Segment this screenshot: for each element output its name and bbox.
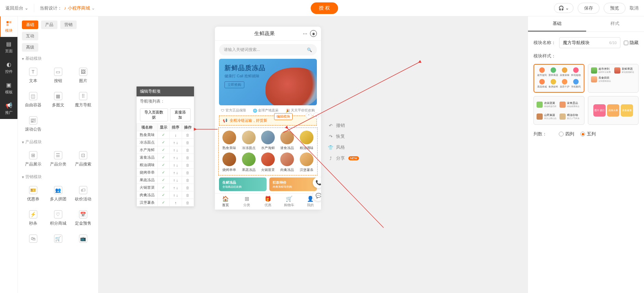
- comp-text[interactable]: T文本: [22, 65, 44, 86]
- style-preset-1[interactable]: 超市便利 新鲜果蔬 美食烘焙 鲜花植物 果蔬商城 食酒饮料 美容个护 手机数码: [533, 64, 584, 93]
- cell-delete[interactable]: 🗑: [182, 199, 194, 207]
- tab-home[interactable]: 🏠首页: [215, 196, 236, 208]
- nav-modules[interactable]: 模块: [0, 16, 17, 37]
- hide-checkbox-input[interactable]: [624, 41, 628, 45]
- cell-delete[interactable]: 🗑: [182, 191, 194, 199]
- cell-show[interactable]: ✓: [157, 139, 169, 146]
- comp-multitext[interactable]: ▦多图文: [47, 89, 69, 111]
- preview-button[interactable]: 预览: [604, 3, 626, 14]
- style-preset-3[interactable]: 农家蔬菜绿色精选生鲜 家禽蛋品绿色健康食品 山野真菌来自云南山品 粮油谷物真正人…: [533, 96, 584, 125]
- comp-extra-2[interactable]: 🛒: [47, 232, 69, 245]
- headset-button[interactable]: 🎧 ⌄: [554, 3, 574, 13]
- cell-delete[interactable]: 🗑: [182, 176, 194, 184]
- comp-coupon[interactable]: 🎫优惠券: [22, 183, 44, 205]
- back-button[interactable]: 返回后台 ⌄: [5, 5, 28, 11]
- props-tab-style[interactable]: 样式: [586, 16, 644, 31]
- nav-cell[interactable]: 水产海鲜: [259, 131, 276, 150]
- wechat-icon[interactable]: 💬: [313, 190, 321, 201]
- cell-show[interactable]: ✓: [157, 199, 169, 207]
- phone-banner[interactable]: 新鲜品质冻品 健康打 Call 抢鲜就味 立即抢购: [219, 59, 317, 105]
- add-button[interactable]: 直接添加: [170, 108, 191, 121]
- cell-show[interactable]: ✓: [157, 161, 169, 169]
- delete-button[interactable]: 🗑: [321, 112, 321, 119]
- comp-points[interactable]: ♡积分商城: [47, 208, 69, 229]
- cell-sort[interactable]: ↑ ↓: [170, 154, 182, 161]
- cell-delete[interactable]: 🗑: [182, 154, 194, 161]
- nav-cell[interactable]: 速食冻品: [279, 131, 296, 150]
- cell-delete[interactable]: 🗑: [182, 131, 194, 139]
- tab-cart[interactable]: 🛒购物车: [279, 196, 300, 208]
- cancel-button[interactable]: 取消: [630, 5, 639, 11]
- nav-cell[interactable]: 火锅冒菜: [259, 152, 276, 172]
- comp-group[interactable]: 👥多人拼团: [47, 183, 69, 205]
- phone-nav-module[interactable]: 熟食美味冷冻面点水产海鲜速食冻品粮油调味烧烤串串果蔬冻品火锅冒菜肉禽冻品汉堡薯条: [218, 128, 318, 175]
- nav-cell[interactable]: 粮油调味: [298, 131, 315, 150]
- comp-marquee[interactable]: 📰滚动公告: [22, 114, 44, 135]
- nav-templates[interactable]: ▣ 模板: [0, 78, 17, 98]
- cell-sort[interactable]: ↑ ↓: [170, 184, 182, 191]
- cell-show[interactable]: ✓: [157, 169, 169, 176]
- tab-basic[interactable]: 基础: [22, 21, 38, 29]
- nav-pages[interactable]: ▤ 页面: [0, 37, 17, 57]
- banner-button[interactable]: 立即抢购: [224, 81, 244, 88]
- cell-delete[interactable]: 🗑: [182, 169, 194, 176]
- design-selector[interactable]: 当前设计： ♪ 小程序商城 ⌄: [40, 5, 95, 11]
- phone-notice[interactable]: 📢 全程冷链运输，好货新 编辑模块 ⌃ ⌄ 🗑: [219, 116, 317, 125]
- props-tab-basic[interactable]: 基础: [528, 16, 586, 31]
- target-icon[interactable]: ◉: [310, 30, 317, 37]
- tab-promo[interactable]: 🎁优惠: [257, 196, 279, 208]
- cell-show[interactable]: ✓: [157, 184, 169, 191]
- edit-module-badge[interactable]: 编辑模块: [274, 113, 293, 120]
- auth-button[interactable]: 授 权: [311, 2, 338, 14]
- cell-show[interactable]: ✓: [157, 154, 169, 161]
- cell-sort[interactable]: ↑ ↓: [170, 191, 182, 199]
- cell-sort[interactable]: ↑ ↓: [170, 169, 182, 176]
- style-action[interactable]: 👕风格: [328, 144, 359, 150]
- style-preset-2[interactable]: 超市便利临时时令鲜果 新鲜果蔬鲜花植物鲜花 美食烘焙定制蛋糕甜品: [588, 64, 639, 93]
- cell-sort[interactable]: ↑: [170, 199, 182, 207]
- comp-product-search[interactable]: ⊡产品搜索: [72, 148, 94, 170]
- radio-5col[interactable]: 五列: [580, 131, 596, 137]
- comp-container[interactable]: ◫自由容器: [22, 89, 44, 111]
- cell-delete[interactable]: 🗑: [182, 184, 194, 191]
- comp-presale[interactable]: 📅定金预售: [72, 208, 94, 229]
- cell-sort[interactable]: ↑ ↓: [170, 176, 182, 184]
- save-button[interactable]: 保存: [578, 3, 600, 14]
- comp-product-cat[interactable]: ☰产品分类: [47, 148, 69, 170]
- move-up-button[interactable]: ⌃: [306, 112, 312, 119]
- phone-icon[interactable]: 📞: [313, 177, 321, 188]
- import-button[interactable]: 导入页面数据: [140, 108, 168, 121]
- cell-show[interactable]: ✓: [157, 131, 169, 139]
- comp-product-show[interactable]: ⊞产品展示: [22, 148, 44, 170]
- nav-cell[interactable]: 汉堡薯条: [298, 152, 315, 172]
- nav-cell[interactable]: 冷冻面点: [240, 131, 257, 150]
- more-icon[interactable]: ⋯: [303, 31, 307, 36]
- nav-promote[interactable]: 📢 推广: [0, 98, 17, 119]
- share-action[interactable]: ⤴分享NEW: [328, 155, 359, 161]
- cell-show[interactable]: ✓: [157, 191, 169, 199]
- cell-delete[interactable]: 🗑: [182, 161, 194, 169]
- move-down-button[interactable]: ⌄: [313, 112, 319, 119]
- nav-cell[interactable]: 肉禽冻品: [279, 152, 296, 172]
- nav-cell[interactable]: 果蔬冻品: [240, 152, 257, 172]
- phone-search[interactable]: 请输入关键词搜索... 🔍: [219, 44, 317, 55]
- undo-action[interactable]: ↶撤销: [328, 122, 359, 129]
- tab-category[interactable]: ⊞分类: [236, 196, 257, 208]
- tab-advanced[interactable]: 高级: [22, 43, 38, 52]
- style-preset-4[interactable]: 图片 接口 蔬菜水果 美食健康: [588, 96, 639, 125]
- promo-card-1[interactable]: 生鲜冻品 全场商品狂欢购: [219, 177, 267, 191]
- hide-checkbox[interactable]: 隐藏: [624, 40, 639, 46]
- radio-4col[interactable]: 四列: [559, 131, 574, 137]
- comp-button[interactable]: ▭按钮: [47, 65, 69, 86]
- comp-extra-3[interactable]: 📺: [72, 232, 94, 245]
- comp-bargain[interactable]: 🏷砍价活动: [72, 183, 94, 205]
- cell-show[interactable]: ✓: [157, 146, 169, 154]
- comp-magic-nav[interactable]: ⠿魔方导航: [72, 89, 94, 111]
- cell-sort[interactable]: ↓: [170, 131, 182, 139]
- promo-card-2[interactable]: 狂欢特价 肉禽海鲜等您购: [269, 177, 317, 191]
- tab-marketing[interactable]: 营销: [60, 21, 77, 29]
- cell-sort[interactable]: ↑ ↓: [170, 139, 182, 146]
- comp-image[interactable]: 🖼图片: [72, 65, 94, 86]
- cell-sort[interactable]: ↑ ↓: [170, 161, 182, 169]
- nav-cell[interactable]: 熟食美味: [221, 131, 238, 150]
